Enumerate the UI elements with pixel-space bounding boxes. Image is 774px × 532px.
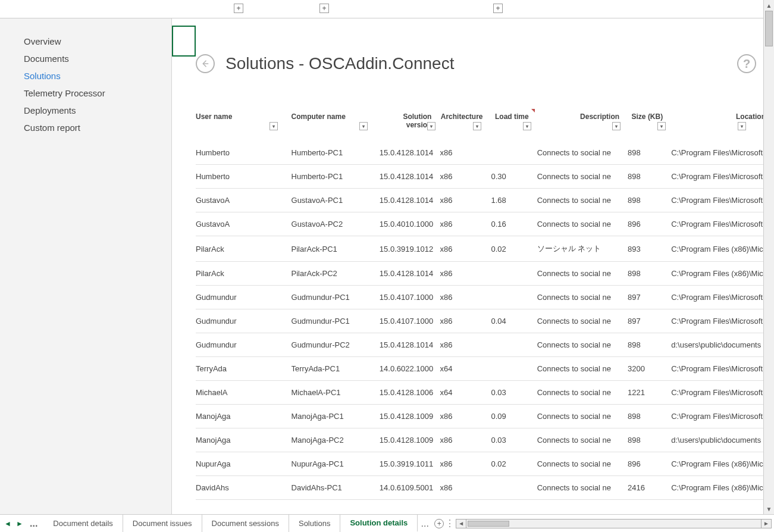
cell-solution-version[interactable]: 15.0.3919.1012 [380, 236, 440, 262]
table-row[interactable]: GudmundurGudmundur-PC115.0.4107.1000x86C… [196, 286, 774, 309]
cell-location[interactable]: C:\Program Files\Microsoft [671, 309, 774, 333]
cell-size-kb[interactable]: 898 [628, 165, 671, 189]
cell-computer-name[interactable]: NupurAga-PC1 [292, 452, 380, 476]
cell-description[interactable]: Connects to social ne [537, 165, 628, 189]
col-header-user-name[interactable]: User name ▾ [196, 109, 292, 141]
back-button[interactable] [196, 54, 215, 73]
cell-user-name[interactable]: ManojAga [196, 405, 292, 428]
sheet-tab-document-details[interactable]: Document details [43, 515, 123, 532]
filter-dropdown-icon[interactable]: ▾ [473, 122, 481, 130]
cell-solution-version[interactable]: 15.0.3919.1011 [380, 452, 440, 476]
cell-user-name[interactable]: TerryAda [196, 357, 292, 381]
cell-selection[interactable] [172, 26, 196, 57]
cell-user-name[interactable]: Gudmundur [196, 333, 292, 357]
cell-user-name[interactable]: DavidAhs [196, 476, 292, 500]
cell-load-time[interactable]: 1.68 [491, 189, 537, 212]
cell-location[interactable]: C:\Program Files\Microsoft [671, 357, 774, 381]
cell-architecture[interactable]: x86 [440, 262, 491, 286]
cell-solution-version[interactable]: 14.0.6109.5001 [380, 476, 440, 500]
cell-size-kb[interactable]: 898 [628, 189, 671, 212]
cell-computer-name[interactable]: Gudmundur-PC2 [292, 333, 380, 357]
cell-solution-version[interactable]: 15.0.4128.1014 [380, 189, 440, 212]
scroll-up-button[interactable]: ▲ [764, 0, 774, 11]
scroll-left-button[interactable]: ◄ [456, 519, 466, 528]
table-row[interactable]: HumbertoHumberto-PC115.0.4128.1014x860.3… [196, 165, 774, 189]
cell-size-kb[interactable]: 898 [628, 262, 671, 286]
cell-description[interactable]: Connects to social ne [537, 141, 628, 165]
filter-dropdown-icon[interactable]: ▾ [738, 122, 746, 130]
cell-architecture[interactable]: x86 [440, 333, 491, 357]
col-header-computer-name[interactable]: Computer name ▾ [292, 109, 380, 141]
cell-user-name[interactable]: Gudmundur [196, 286, 292, 309]
scroll-track[interactable] [466, 519, 761, 528]
cell-computer-name[interactable]: Gudmundur-PC1 [292, 309, 380, 333]
filter-dropdown-icon[interactable]: ▾ [657, 122, 666, 130]
cell-location[interactable]: C:\Program Files\Microsoft [671, 405, 774, 428]
table-row[interactable]: HumbertoHumberto-PC115.0.4128.1014x86Con… [196, 141, 774, 165]
cell-computer-name[interactable]: Humberto-PC1 [292, 165, 380, 189]
table-row[interactable]: GudmundurGudmundur-PC215.0.4128.1014x86C… [196, 333, 774, 357]
cell-description[interactable]: Connects to social ne [537, 357, 628, 381]
cell-user-name[interactable]: Humberto [196, 141, 292, 165]
col-header-architecture[interactable]: Architecture ▾ [440, 109, 491, 141]
cell-size-kb[interactable]: 2416 [628, 476, 671, 500]
cell-location[interactable]: C:\Program Files\Microsoft [671, 189, 774, 212]
cell-solution-version[interactable]: 15.0.4128.1009 [380, 428, 440, 452]
sidebar-item-telemetry-processor[interactable]: Telemetry Processor [0, 85, 171, 102]
cell-size-kb[interactable]: 898 [628, 333, 671, 357]
scroll-thumb[interactable] [468, 521, 509, 527]
col-header-size-kb[interactable]: Size (KB) ▾ [628, 109, 671, 141]
filter-dropdown-icon[interactable]: ▾ [612, 122, 621, 130]
cell-size-kb[interactable]: 896 [628, 212, 671, 236]
scroll-right-button[interactable]: ► [761, 519, 772, 528]
cell-user-name[interactable]: MichaelA [196, 381, 292, 405]
sheet-tab-more[interactable]: ... [418, 515, 432, 532]
cell-description[interactable]: Connects to social ne [537, 381, 628, 405]
outline-expand-1[interactable]: + [234, 4, 243, 13]
cell-load-time[interactable]: 0.03 [491, 381, 537, 405]
sheet-nav-next[interactable]: ► [15, 520, 24, 528]
cell-location[interactable]: C:\Program Files (x86)\Micr [671, 262, 774, 286]
cell-description[interactable]: Connects to social ne [537, 189, 628, 212]
table-row[interactable]: GudmundurGudmundur-PC115.0.4107.1000x860… [196, 309, 774, 333]
cell-description[interactable]: Connects to social ne [537, 452, 628, 476]
table-row[interactable]: ManojAgaManojAga-PC115.0.4128.1009x860.0… [196, 405, 774, 428]
cell-load-time[interactable] [491, 333, 537, 357]
table-row[interactable]: PilarAckPilarAck-PC215.0.4128.1014x86Con… [196, 262, 774, 286]
cell-solution-version[interactable]: 15.0.4010.1000 [380, 212, 440, 236]
cell-computer-name[interactable]: Gudmundur-PC1 [292, 286, 380, 309]
col-header-location[interactable]: Location ▾ [671, 109, 774, 141]
table-row[interactable]: TerryAdaTerryAda-PC114.0.6022.1000x64Con… [196, 357, 774, 381]
sidebar-item-documents[interactable]: Documents [0, 50, 171, 67]
cell-computer-name[interactable]: ManojAga-PC1 [292, 405, 380, 428]
cell-description[interactable]: Connects to social ne [537, 212, 628, 236]
cell-load-time[interactable]: 0.30 [491, 165, 537, 189]
cell-size-kb[interactable]: 898 [628, 405, 671, 428]
cell-architecture[interactable]: x86 [440, 309, 491, 333]
cell-load-time[interactable] [491, 286, 537, 309]
cell-user-name[interactable]: GustavoA [196, 212, 292, 236]
cell-description[interactable]: ソーシャル ネット [537, 236, 628, 262]
cell-location[interactable]: C:\Program Files\Microsoft [671, 286, 774, 309]
cell-solution-version[interactable]: 15.0.4107.1000 [380, 309, 440, 333]
cell-architecture[interactable]: x64 [440, 357, 491, 381]
filter-dropdown-icon[interactable]: ▾ [359, 122, 368, 130]
cell-architecture[interactable]: x86 [440, 189, 491, 212]
cell-computer-name[interactable]: Humberto-PC1 [292, 141, 380, 165]
cell-size-kb[interactable]: 1221 [628, 381, 671, 405]
cell-load-time[interactable] [491, 141, 537, 165]
sidebar-item-overview[interactable]: Overview [0, 33, 171, 50]
cell-user-name[interactable]: NupurAga [196, 452, 292, 476]
cell-location[interactable]: C:\Program Files\Microsoft [671, 141, 774, 165]
cell-user-name[interactable]: Gudmundur [196, 309, 292, 333]
cell-solution-version[interactable]: 15.0.4128.1006 [380, 381, 440, 405]
table-row[interactable]: GustavoAGustavoA-PC215.0.4010.1000x860.1… [196, 212, 774, 236]
cell-description[interactable]: Connects to social ne [537, 333, 628, 357]
cell-size-kb[interactable]: 898 [628, 141, 671, 165]
cell-size-kb[interactable]: 897 [628, 309, 671, 333]
sheet-nav-prev[interactable]: ◄ [4, 520, 12, 528]
table-row[interactable]: DavidAhsDavidAhs-PC114.0.6109.5001x86Con… [196, 476, 774, 500]
cell-computer-name[interactable]: DavidAhs-PC1 [292, 476, 380, 500]
outline-expand-3[interactable]: + [493, 4, 503, 13]
col-header-solution-version[interactable]: Solution version ▾ [380, 109, 440, 141]
